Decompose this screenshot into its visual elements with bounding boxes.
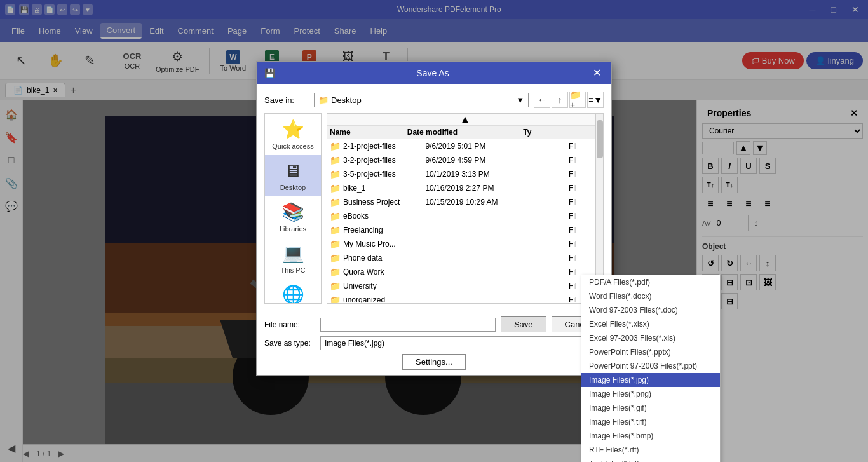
- dropdown-item-11[interactable]: Image Files(*.bmp): [581, 429, 720, 443]
- file-row-1[interactable]: 📁3-2-project-files 9/6/2019 4:59 PM Fil: [327, 153, 603, 167]
- file-browser: ⭐ Quick access 🖥 Desktop 📚 Libraries 💻 T…: [264, 113, 604, 304]
- col-name: Name: [330, 128, 407, 137]
- dialog-overlay: 💾 Save As ✕ Save in: 📁 Desktop ▼ ← ↑ 📁+ …: [0, 0, 868, 462]
- folder-icon-6: 📁: [330, 225, 341, 235]
- nav-buttons: ← ↑ 📁+ ≡▼: [534, 92, 604, 108]
- dropdown-item-1[interactable]: Word Files(*.docx): [581, 289, 720, 303]
- save-in-folder-icon: 📁: [318, 95, 329, 105]
- scroll-up-btn[interactable]: ▲: [327, 114, 603, 126]
- dropdown-item-7[interactable]: Image Files(*.jpg): [581, 373, 720, 387]
- this-pc-label: This PC: [280, 266, 305, 274]
- file-name-label: File name:: [264, 320, 315, 329]
- dialog-save-icon: 💾: [264, 68, 275, 78]
- save-as-type-label: Save as type:: [264, 339, 315, 348]
- nav-quick-access[interactable]: ⭐ Quick access: [265, 114, 321, 155]
- file-row-11[interactable]: 📁unorganized Fil: [327, 293, 603, 303]
- folder-icon-3: 📁: [330, 183, 341, 193]
- folder-icon-7: 📁: [330, 239, 341, 249]
- col-date: Date modified: [407, 128, 524, 137]
- save-as-dialog: 💾 Save As ✕ Save in: 📁 Desktop ▼ ← ↑ 📁+ …: [256, 61, 612, 376]
- file-name-input[interactable]: [320, 318, 496, 332]
- file-name-row: File name: Save Cancel: [264, 316, 604, 332]
- folder-icon-9: 📁: [330, 267, 341, 277]
- scrollbar-thumb: [597, 120, 603, 158]
- desktop-label: Desktop: [280, 184, 306, 191]
- dropdown-item-13[interactable]: Text Files(*.txt): [581, 457, 720, 462]
- dialog-title-bar: 💾 Save As ✕: [257, 62, 611, 84]
- dropdown-item-12[interactable]: RTF Files(*.rtf): [581, 443, 720, 457]
- nav-view-btn[interactable]: ≡▼: [587, 92, 604, 108]
- nav-libraries[interactable]: 📚 Libraries: [265, 196, 321, 238]
- folder-icon-8: 📁: [330, 253, 341, 263]
- file-row-8[interactable]: 📁Phone data Fil: [327, 251, 603, 265]
- file-list-header: Name Date modified Ty: [327, 126, 603, 139]
- this-pc-icon: 💻: [282, 243, 304, 264]
- save-in-dropdown-icon: ▼: [516, 95, 524, 105]
- folder-icon-1: 📁: [330, 155, 341, 165]
- folder-icon-0: 📁: [330, 141, 341, 151]
- save-in-value: Desktop: [331, 95, 362, 105]
- dropdown-item-8[interactable]: Image Files(*.png): [581, 387, 720, 401]
- nav-desktop[interactable]: 🖥 Desktop: [265, 155, 321, 196]
- dialog-bottom: File name: Save Cancel Save as type: Ima…: [257, 311, 611, 375]
- nav-back-btn[interactable]: ←: [534, 92, 550, 108]
- dialog-close-btn[interactable]: ✕: [590, 67, 604, 79]
- nav-network[interactable]: 🌐 Network: [265, 279, 321, 304]
- file-row-5[interactable]: 📁eBooks Fil: [327, 209, 603, 223]
- nav-new-folder-btn[interactable]: 📁+: [569, 92, 586, 108]
- file-row-10[interactable]: 📁University Fil: [327, 279, 603, 293]
- dropdown-item-0[interactable]: PDF/A Files(*.pdf): [581, 275, 720, 289]
- save-in-label: Save in:: [264, 95, 309, 105]
- quick-access-label: Quick access: [272, 142, 313, 150]
- dropdown-item-4[interactable]: Excel 97-2003 Files(*.xls): [581, 331, 720, 345]
- file-row-0[interactable]: 📁2-1-project-files 9/6/2019 5:01 PM Fil: [327, 139, 603, 153]
- dropdown-item-5[interactable]: PowerPoint Files(*.pptx): [581, 345, 720, 359]
- dialog-title: Save As: [416, 68, 449, 78]
- save-type-dropdown: PDF/A Files(*.pdf) Word Files(*.docx) Wo…: [581, 275, 721, 462]
- file-row-9[interactable]: 📁Quora Work Fil: [327, 265, 603, 279]
- dialog-body: Save in: 📁 Desktop ▼ ← ↑ 📁+ ≡▼: [257, 84, 611, 311]
- file-row-3[interactable]: 📁bike_1 10/16/2019 2:27 PM Fil: [327, 181, 603, 195]
- file-row-2[interactable]: 📁3-5-project-files 10/1/2019 3:13 PM Fil: [327, 167, 603, 181]
- quick-access-icon: ⭐: [282, 119, 304, 140]
- file-list-scroll[interactable]: 📁2-1-project-files 9/6/2019 5:01 PM Fil …: [327, 139, 603, 303]
- libraries-label: Libraries: [280, 225, 306, 233]
- nav-this-pc[interactable]: 💻 This PC: [265, 238, 321, 279]
- save-in-select[interactable]: 📁 Desktop ▼: [314, 93, 529, 107]
- save-in-row: Save in: 📁 Desktop ▼ ← ↑ 📁+ ≡▼: [264, 92, 604, 108]
- file-row-6[interactable]: 📁Freelancing Fil: [327, 223, 603, 237]
- dropdown-item-3[interactable]: Excel Files(*.xlsx): [581, 317, 720, 331]
- dropdown-item-2[interactable]: Word 97-2003 Files(*.doc): [581, 303, 720, 317]
- nav-up-btn[interactable]: ↑: [552, 92, 568, 108]
- network-icon: 🌐: [282, 284, 304, 304]
- dropdown-item-10[interactable]: Image Files(*.tiff): [581, 415, 720, 429]
- folder-icon-2: 📁: [330, 169, 341, 179]
- folder-icon-10: 📁: [330, 281, 341, 291]
- file-row-7[interactable]: 📁My Music Pro... Fil: [327, 237, 603, 251]
- save-as-type-select[interactable]: Image Files(*.jpg) ▼: [320, 336, 604, 350]
- save-btn[interactable]: Save: [501, 316, 546, 332]
- file-row-4[interactable]: 📁Business Project 10/15/2019 10:29 AM Fi…: [327, 195, 603, 209]
- file-list-area: ▲ Name Date modified Ty 📁2-1-project-fil…: [327, 113, 604, 304]
- nav-panel: ⭐ Quick access 🖥 Desktop 📚 Libraries 💻 T…: [264, 113, 322, 304]
- libraries-icon: 📚: [282, 201, 304, 222]
- save-as-type-value: Image Files(*.jpg): [321, 337, 592, 350]
- save-as-type-row: Save as type: Image Files(*.jpg) ▼: [264, 336, 604, 350]
- dropdown-item-9[interactable]: Image Files(*.gif): [581, 401, 720, 415]
- settings-btn[interactable]: Settings...: [402, 354, 466, 370]
- col-type: Ty: [523, 128, 600, 137]
- desktop-icon: 🖥: [284, 160, 302, 181]
- folder-icon-5: 📁: [330, 211, 341, 221]
- folder-icon-4: 📁: [330, 197, 341, 207]
- folder-icon-11: 📁: [330, 295, 341, 303]
- dropdown-item-6[interactable]: PowerPoint 97-2003 Files(*.ppt): [581, 359, 720, 373]
